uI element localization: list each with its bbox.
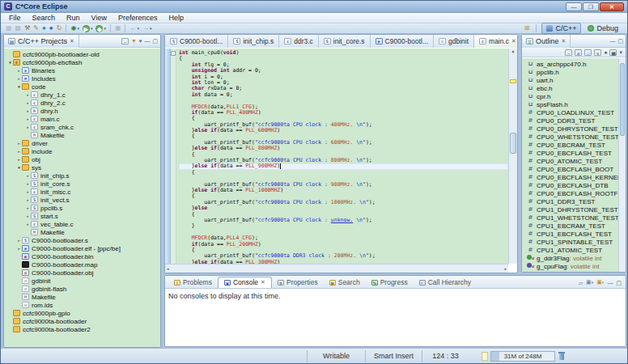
pin-console-icon[interactable]: ▣▾ xyxy=(596,278,604,286)
heap-status-gauge[interactable]: 31M of 248M xyxy=(490,351,555,362)
tree-expander-icon[interactable]: ▸ xyxy=(25,214,31,218)
menu-run[interactable]: Run xyxy=(61,14,86,22)
minimize-icon[interactable]: — xyxy=(609,37,615,44)
tree-item[interactable]: ▸cdhry_2.c xyxy=(4,99,160,107)
display-console-icon[interactable]: ▣▾ xyxy=(586,278,593,286)
tree-item[interactable]: C9000-bootloader.map xyxy=(4,260,160,269)
open-console-icon[interactable]: ▱ xyxy=(579,279,583,286)
tree-item[interactable]: ▸Sinit_vect.s xyxy=(4,196,160,204)
tree-item[interactable]: ▸cmain.c xyxy=(4,115,160,123)
tree-item[interactable]: ▾sys xyxy=(4,163,160,171)
garbage-collect-icon[interactable] xyxy=(558,352,565,360)
back-arrow-icon[interactable]: ←▾ xyxy=(128,23,141,33)
code-lines[interactable]: int main_cpu0(void){ int flg = 0; unsign… xyxy=(176,49,508,264)
tree-item[interactable]: ▸cdhry_1.c xyxy=(4,91,160,99)
outline-item[interactable]: vg_cpuFlag : volatile int xyxy=(522,262,618,270)
tree-item[interactable]: ▸Sinit_chip.s xyxy=(4,171,160,180)
tree-item[interactable]: ▸Sinit_core.s xyxy=(4,180,160,188)
tree-expander-icon[interactable]: ▸ xyxy=(25,205,31,210)
tree-item[interactable]: MMakefile xyxy=(4,228,160,236)
maximize-icon[interactable]: ▢ xyxy=(617,37,623,44)
tree-expander-icon[interactable]: ▸ xyxy=(25,189,31,194)
menu-help[interactable]: Help xyxy=(163,14,189,22)
close-view-icon[interactable]: ✕ xyxy=(562,38,566,44)
tree-item[interactable]: ▸csram_chk.c xyxy=(4,123,160,131)
tree-expander-icon[interactable]: ▸ xyxy=(25,222,31,226)
tree-expander-icon[interactable]: ▾ xyxy=(7,60,13,65)
collapse-all-icon[interactable]: − xyxy=(565,49,572,56)
outline-item[interactable]: #SPIN_TABLE_ADDR xyxy=(522,270,618,272)
run-icon[interactable]: ▶▾ xyxy=(81,23,95,33)
tree-item[interactable]: ▸cvec_table.c xyxy=(4,220,160,228)
outline-item[interactable]: #CPU0_EBCFLASH_ROOTFS xyxy=(522,189,618,197)
outline-item[interactable]: #CPU0_EBCFLASH_KERNEL xyxy=(522,173,618,181)
close-tab-icon[interactable]: ✕ xyxy=(511,38,516,44)
tree-expander-icon[interactable]: ▸ xyxy=(25,116,31,121)
tree-expander-icon[interactable]: ▸ xyxy=(25,181,31,186)
tree-item[interactable]: ▸Sppclib.s xyxy=(4,204,160,212)
tree-item[interactable]: ▸obj xyxy=(4,155,160,163)
tree-expander-icon[interactable]: ▸ xyxy=(16,157,22,162)
tab-cpp-projects[interactable]: ▤ C/C++ Projects ✕ xyxy=(4,35,79,48)
outline-item[interactable]: ⊔ppclib.h xyxy=(522,68,618,76)
forward-arrow-icon[interactable]: →▾ xyxy=(141,23,154,33)
tree-expander-icon[interactable]: ▸ xyxy=(16,76,22,81)
console-tab-call-hierarchy[interactable]: ⌐Call Hierarchy xyxy=(414,277,477,288)
tree-expander-icon[interactable]: ▸ xyxy=(25,125,31,129)
tree-expander-icon[interactable]: ▾ xyxy=(16,165,22,170)
outline-item[interactable]: #CPU0_WHETSTONE_TEST xyxy=(522,133,618,141)
menu-view[interactable]: View xyxy=(86,14,112,22)
tree-item[interactable]: ▸hdhry.h xyxy=(4,107,160,115)
code-editor[interactable]: - int main_cpu0(void){ int flg = 0; unsi… xyxy=(165,49,508,264)
tree-item[interactable]: ▸⊞Includes xyxy=(4,74,160,83)
outline-item[interactable]: #CPU0_DDR3_TEST xyxy=(522,116,618,125)
outline-item[interactable]: #CPU0_EBCFLASH_DTB xyxy=(522,181,618,189)
tree-expander-icon[interactable]: ▸ xyxy=(16,141,22,146)
perspective-debug-button[interactable]: Debug xyxy=(583,23,622,33)
tree-expander-icon[interactable]: ▾ xyxy=(16,84,22,89)
outline-item[interactable]: #CPU1_SPINTABLE_TEST xyxy=(522,238,618,246)
outline-item[interactable]: #CPU0_DHRYSTONE_TEST xyxy=(522,125,618,133)
external-tools-icon[interactable]: ◆▾ xyxy=(94,23,108,33)
outline-item[interactable]: #CPU1_DDR3_TEST xyxy=(522,197,618,205)
maximize-icon[interactable]: ▢ xyxy=(152,37,158,44)
console-tab-properties[interactable]: ≡Properties xyxy=(272,277,324,288)
outline-item[interactable]: #CPU1_DHRYSTONE_TEST xyxy=(522,205,618,214)
filter-icon[interactable]: ▼ xyxy=(131,37,137,44)
tree-expander-icon[interactable]: ▸ xyxy=(25,108,31,113)
outline-item[interactable]: ⊔spsFlash.h xyxy=(522,100,618,108)
tree-item[interactable]: ≡gdbinit xyxy=(4,277,160,285)
restore-window-button[interactable]: ❐ xyxy=(583,2,599,11)
sort-icon[interactable]: a xyxy=(575,49,582,56)
maximize-icon[interactable]: ▢ xyxy=(616,279,622,286)
hide-static-icon[interactable]: s xyxy=(594,49,601,56)
console-tab-problems[interactable]: !Problems xyxy=(168,277,218,288)
tree-item[interactable]: MMakefile xyxy=(4,131,160,139)
refresh-icon[interactable]: ↻ xyxy=(55,23,64,33)
clock-icon[interactable]: ● xyxy=(40,23,48,33)
outline-item[interactable]: ⊔as_archppc470.h xyxy=(522,60,618,68)
open-perspective-icon[interactable]: ⊞ xyxy=(523,23,532,33)
vscroll-thumb[interactable] xyxy=(510,133,516,154)
hide-fields-icon[interactable]: ◇ xyxy=(584,49,592,56)
outline-item[interactable]: #CPU0_ATOMIC_TEST xyxy=(522,157,618,165)
editor-tab-c9000-bootl-[interactable]: ◆C9000-bootl... xyxy=(371,35,434,48)
close-view-icon[interactable]: ✕ xyxy=(70,38,74,44)
user-search-icon[interactable]: ● xyxy=(48,23,55,33)
tree-item[interactable]: ▸◆C9000-bootloader.elf - [ppc/be] xyxy=(4,244,160,252)
editor-tab-gdbinit[interactable]: ≡gdbinit xyxy=(434,35,474,48)
outline-item[interactable]: ⊔cpr.h xyxy=(522,92,618,100)
hide-nonpublic-icon[interactable]: ● xyxy=(604,49,607,56)
tree-item[interactable]: ▸driver xyxy=(4,139,160,147)
outline-item[interactable]: #CPU1_WHETSTONE_TEST xyxy=(522,214,618,222)
tree-expander-icon[interactable]: ▸ xyxy=(16,149,22,154)
tree-expander-icon[interactable]: ▸ xyxy=(16,68,22,73)
debug-icon[interactable]: ◉▾ xyxy=(69,23,81,33)
close-tab-icon[interactable]: ✕ xyxy=(261,279,265,286)
tree-item[interactable]: ▸include xyxy=(4,147,160,155)
menu-file[interactable]: File xyxy=(3,14,27,22)
tree-expander-icon[interactable]: ▸ xyxy=(25,92,31,97)
outline-item[interactable]: #CPU1_EBCRAM_TEST xyxy=(522,222,618,230)
outline-item[interactable]: #CPU0_LOADLINUX_TEST xyxy=(522,108,618,116)
outline-scrollbar[interactable] xyxy=(618,58,626,272)
